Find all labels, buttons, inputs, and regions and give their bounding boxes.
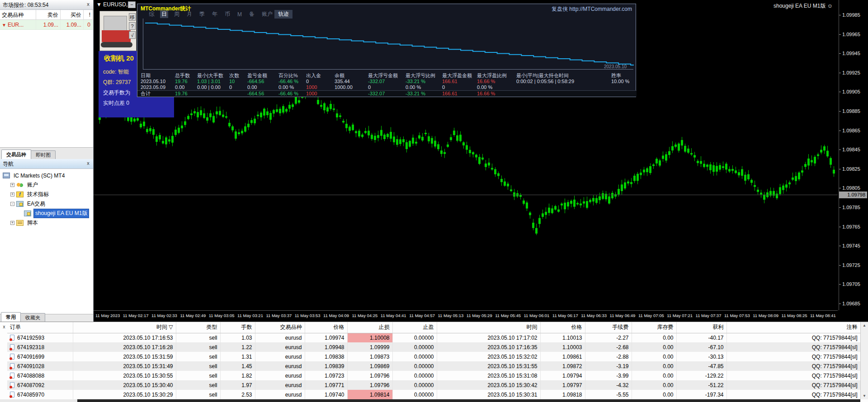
market-watch-tab[interactable]: 即时图: [31, 150, 56, 159]
stats-menu-item-年[interactable]: 年: [211, 10, 219, 18]
stats-cell: 0.00: [247, 84, 278, 91]
stats-cell: 19.76: [175, 79, 197, 84]
market-watch-row-eurusd[interactable]: ▼EUR... 1.09... 1.09... 0: [0, 20, 93, 30]
candle: [231, 125, 234, 132]
candle: [197, 107, 199, 121]
market-watch-tab[interactable]: 交易品种: [1, 150, 31, 159]
stats-menu-item-M[interactable]: M: [236, 11, 243, 18]
stats-cell: -33.21 %: [406, 91, 442, 97]
column-header-symbol[interactable]: 交易品种: [0, 10, 36, 20]
orders-column-header[interactable]: 手数: [220, 322, 255, 333]
stats-cell: 0: [306, 79, 335, 84]
time-axis-label: 11 May 07:21: [667, 313, 693, 318]
candle: [447, 142, 449, 148]
symbol-cell: EUR...: [8, 22, 24, 28]
tree-item-shougeji-ea-eu-m1版[interactable]: shougeji EA EU M1版: [0, 209, 93, 218]
order-cell-type: sell: [176, 333, 220, 342]
order-row-674085970[interactable]: 6740859702023.05.10 15:30:29sell2.53euru…: [7, 390, 860, 399]
tree-item-账户[interactable]: +账户: [0, 180, 93, 190]
stats-cell: 0.00: [175, 84, 197, 91]
orders-column-header[interactable]: 库存费: [632, 322, 676, 333]
price-tick: [839, 15, 841, 15]
move-button[interactable]: 移: [129, 13, 136, 21]
orders-column-header[interactable]: 止损: [347, 322, 392, 333]
column-header-ask[interactable]: 买价: [61, 10, 84, 20]
stats-menu-item-币[interactable]: 币: [223, 10, 231, 18]
expander-icon[interactable]: +: [10, 183, 14, 187]
orders-column-header[interactable]: 订单: [7, 322, 73, 333]
tree-item-技术指标[interactable]: +f技术指标: [0, 190, 93, 199]
candle: [564, 199, 566, 214]
candle: [706, 164, 708, 170]
candle: [814, 155, 816, 166]
candle: [140, 121, 142, 129]
minimize-icon[interactable]: −: [128, 1, 136, 8]
mtcommander-stats-panel: MTCommander统计 复盘侠 http://MTCommander.com…: [137, 4, 636, 97]
tree-item-ea交易[interactable]: -EA交易: [0, 199, 93, 209]
column-header-alert[interactable]: !: [84, 10, 93, 20]
image-shape: [102, 30, 131, 42]
candle: [399, 137, 401, 146]
orders-column-header[interactable]: 交易品种: [255, 322, 305, 333]
stats-menu-item-周[interactable]: 周: [173, 10, 181, 18]
close-icon[interactable]: x: [85, 160, 91, 167]
candle: [649, 163, 651, 175]
orders-column-header[interactable]: 注释: [726, 322, 860, 333]
stats-menu-item-备[interactable]: 备: [248, 10, 256, 18]
stats-column-header: 出入金: [306, 73, 335, 79]
scrollbar-thumb[interactable]: [77, 399, 860, 402]
stats-menu-item-季[interactable]: 季: [198, 10, 206, 18]
order-cell-comment: QQ: 771579844[sl]: [726, 342, 860, 352]
orders-column-header[interactable]: 止盈: [392, 322, 437, 333]
orders-column-header[interactable]: 时间: [437, 322, 540, 333]
order-cell-close_price: 1.09797: [540, 380, 585, 390]
horizontal-scrollbar[interactable]: [0, 399, 860, 402]
scroll-down-icon[interactable]: ▼: [861, 393, 868, 399]
scroll-up-icon[interactable]: ▲: [861, 322, 868, 329]
tree-item-脚本[interactable]: +脚本: [0, 218, 93, 228]
vertical-scrollbar[interactable]: ▲ ▼: [860, 322, 868, 399]
expander-icon[interactable]: +: [10, 221, 14, 225]
expander-icon[interactable]: -: [10, 202, 14, 206]
time-axis[interactable]: 11 May 202311 May 02:1711 May 02:3311 Ma…: [94, 310, 838, 320]
expander-icon[interactable]: +: [10, 192, 14, 196]
candle: [187, 114, 189, 120]
price-axis-label: 1.09685: [842, 301, 860, 306]
close-icon[interactable]: x: [1, 324, 7, 330]
time-axis-label: 11 May 08:41: [810, 313, 836, 318]
stats-row: 合计19.76-664.56-66.46 %1000-332.07-33.21 …: [137, 91, 637, 97]
stats-menu-item-日[interactable]: 日: [160, 10, 168, 18]
price-axis-label: 1.09785: [842, 205, 860, 210]
order-row-674091028[interactable]: 6740910282023.05.10 15:31:49sell1.45euru…: [7, 361, 860, 371]
order-row-674192593[interactable]: 6741925932023.05.10 17:16:53sell1.03euru…: [7, 333, 860, 342]
orders-column-header[interactable]: 时间 ▽: [73, 322, 176, 333]
order-row-674091699[interactable]: 6740916992023.05.10 15:31:59sell1.31euru…: [7, 352, 860, 361]
confirm-button[interactable]: √: [129, 31, 136, 39]
orders-column-header[interactable]: 价格: [305, 322, 347, 333]
order-row-674088088[interactable]: 6740880882023.05.10 15:30:55sell1.82euru…: [7, 371, 860, 380]
candle: [279, 107, 281, 116]
mtcommander-link[interactable]: 复盘侠 http://MTCommander.com: [552, 5, 632, 13]
price-axis[interactable]: 1.099851.099651.099451.099251.099051.098…: [839, 0, 868, 310]
orders-column-header[interactable]: 手续费: [585, 322, 632, 333]
tree-item-ic-markets-(sc)-mt4[interactable]: IC Markets (SC) MT4: [0, 171, 93, 180]
order-cell-tp: 0.00000: [392, 371, 437, 380]
help-button[interactable]: ?: [129, 22, 136, 30]
stats-menu-item-月[interactable]: 月: [185, 10, 193, 18]
orders-column-header[interactable]: 获利: [676, 322, 726, 333]
order-row-674087092[interactable]: 6740870922023.05.10 15:30:40sell1.97euru…: [7, 380, 860, 390]
order-cell-lots: 1.82: [220, 371, 255, 380]
navigator-tab[interactable]: 收藏夹: [20, 313, 45, 322]
column-header-bid[interactable]: 卖价: [36, 10, 61, 20]
candle: [557, 206, 560, 213]
order-row-674192318[interactable]: 6741923182023.05.10 17:16:28sell1.22euru…: [7, 342, 860, 352]
track-button[interactable]: 轨迹: [274, 10, 292, 19]
orders-column-header[interactable]: 价格: [540, 322, 585, 333]
close-icon[interactable]: x: [85, 1, 91, 8]
stats-menu-item-综[interactable]: 综: [147, 10, 156, 18]
navigator-tab[interactable]: 常用: [1, 312, 21, 322]
candle: [529, 211, 531, 219]
stats-menu-item-账户[interactable]: 账户: [260, 10, 274, 18]
orders-column-header[interactable]: 类型: [176, 322, 220, 333]
stats-cell: 335.44: [335, 79, 368, 84]
